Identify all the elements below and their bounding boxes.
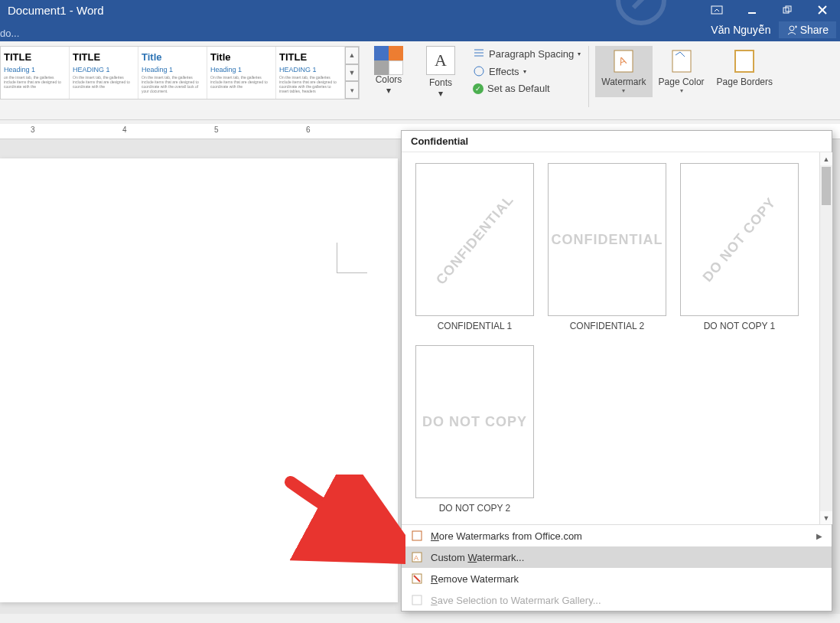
chevron-down-icon: ▾ — [523, 68, 526, 75]
share-button[interactable]: Share — [779, 21, 836, 38]
scroll-down-icon[interactable]: ▼ — [345, 64, 359, 82]
svg-point-13 — [474, 67, 483, 76]
watermark-icon: A — [611, 49, 636, 73]
maximize-button[interactable] — [770, 0, 805, 20]
page-borders-button[interactable]: Page Borders — [711, 46, 779, 97]
share-icon — [786, 24, 797, 35]
user-name: Văn Nguyễn — [711, 24, 770, 36]
remove-watermark-icon — [411, 572, 423, 585]
chevron-down-icon: ▾ — [622, 87, 625, 94]
expand-gallery-icon[interactable]: ▾ — [345, 81, 359, 99]
remove-watermark-menu-item[interactable]: Remove Watermark — [402, 568, 832, 589]
window-title: Document1 - Word — [8, 4, 104, 17]
share-label: Share — [800, 24, 829, 36]
gallery-scroll[interactable]: ▲▼▾ — [345, 47, 359, 99]
title-decoration — [488, 0, 687, 31]
style-item[interactable]: TitleHeading 1On the insert tab, the gal… — [207, 47, 276, 99]
style-item[interactable]: TITLEHEADING 1On the insert tab, the gal… — [70, 47, 138, 99]
undo-hint: do... — [0, 28, 19, 39]
fonts-icon: A — [426, 46, 455, 75]
scrollbar-thumb[interactable] — [822, 167, 831, 205]
ribbon-display-options-icon[interactable] — [699, 0, 734, 20]
paragraph-spacing-icon — [473, 47, 485, 60]
watermark-button[interactable]: A Watermark ▾ — [595, 46, 652, 97]
fonts-button[interactable]: A Fonts ▾ — [418, 46, 464, 99]
svg-text:A: A — [414, 554, 418, 562]
watermark-option-do-not-copy-2[interactable]: DO NOT COPY DO NOT COPY 2 — [415, 345, 534, 514]
style-item[interactable]: TITLEHeading 1on the insert tab, the gal… — [1, 47, 70, 99]
colors-button[interactable]: Colors ▾ — [366, 46, 412, 96]
dropdown-scrollbar[interactable]: ▲ ▼ — [819, 152, 832, 524]
chevron-down-icon: ▾ — [438, 88, 443, 99]
svg-rect-18 — [412, 531, 422, 540]
page-color-icon — [669, 49, 694, 73]
save-gallery-icon — [411, 594, 423, 606]
svg-rect-23 — [412, 595, 422, 605]
custom-watermark-menu-item[interactable]: A Custom Watermark... — [402, 546, 832, 568]
chevron-right-icon: ▶ — [816, 532, 822, 540]
svg-rect-1 — [711, 6, 722, 14]
chevron-down-icon: ▾ — [578, 51, 581, 57]
watermark-category-header: Confidential — [402, 131, 832, 152]
save-selection-menu-item: Save Selection to Watermark Gallery... — [402, 589, 832, 611]
page[interactable] — [0, 158, 398, 602]
watermark-option-confidential-2[interactable]: CONFIDENTIAL CONFIDENTIAL 2 — [548, 163, 666, 331]
set-default-button[interactable]: ✓ Set as Default — [468, 81, 585, 96]
style-item[interactable]: TITLEHEADING 1On the insert tab, the gal… — [276, 47, 345, 99]
ribbon-divider — [588, 46, 589, 107]
title-bar: Document1 - Word do... Văn Nguyễn Share — [0, 0, 840, 41]
scroll-up-icon[interactable]: ▲ — [820, 152, 832, 165]
page-margin-marker — [337, 243, 367, 273]
watermark-option-confidential-1[interactable]: CONFIDENTIAL CONFIDENTIAL 1 — [415, 163, 534, 331]
svg-point-0 — [618, 0, 664, 23]
style-gallery[interactable]: TITLEHeading 1on the insert tab, the gal… — [0, 46, 360, 99]
scroll-down-icon[interactable]: ▼ — [820, 511, 832, 524]
close-button[interactable] — [805, 0, 840, 20]
watermark-page-icon: A — [411, 551, 423, 563]
paragraph-spacing-button[interactable]: Paragraph Spacing▾ — [468, 46, 585, 61]
page-color-button[interactable]: Page Color ▾ — [653, 46, 711, 97]
style-item[interactable]: TitleHeading 1On the insert tab, the gal… — [138, 47, 207, 99]
svg-point-7 — [790, 26, 794, 31]
effects-button[interactable]: Effects▾ — [468, 64, 585, 79]
colors-icon — [374, 46, 403, 75]
scroll-up-icon[interactable]: ▲ — [345, 47, 359, 64]
chevron-down-icon: ▾ — [386, 85, 391, 96]
watermark-option-do-not-copy-1[interactable]: DO NOT COPY DO NOT COPY 1 — [680, 163, 799, 331]
chevron-down-icon: ▾ — [680, 87, 683, 94]
ribbon: TITLEHeading 1on the insert tab, the gal… — [0, 41, 840, 120]
page-borders-icon — [732, 49, 757, 73]
svg-rect-17 — [735, 51, 754, 72]
office-icon — [411, 530, 423, 542]
minimize-button[interactable] — [734, 0, 770, 20]
effects-icon — [473, 65, 485, 77]
watermark-dropdown: Confidential CONFIDENTIAL CONFIDENTIAL 1… — [401, 130, 832, 612]
more-watermarks-menu-item[interactable]: More Watermarks from Office.com ▶ — [402, 525, 832, 546]
check-icon: ✓ — [473, 83, 483, 94]
